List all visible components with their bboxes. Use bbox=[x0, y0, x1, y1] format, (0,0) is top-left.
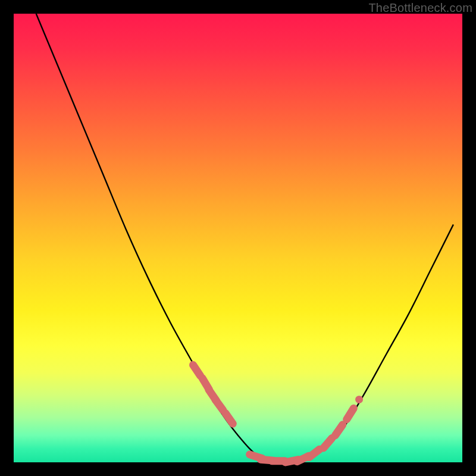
curve-marker bbox=[215, 400, 223, 411]
bottleneck-curve bbox=[36, 14, 453, 463]
curve-marker bbox=[324, 438, 332, 448]
chart-frame: TheBottleneck.com bbox=[0, 0, 476, 476]
curve-marker bbox=[226, 413, 233, 424]
curve-marker bbox=[347, 408, 354, 419]
chart-svg bbox=[14, 14, 462, 462]
curve-marker bbox=[335, 425, 343, 436]
curve-marker bbox=[309, 449, 319, 457]
marker-group bbox=[193, 365, 359, 462]
curve-marker bbox=[193, 365, 201, 375]
watermark-text: TheBottleneck.com bbox=[368, 1, 472, 15]
